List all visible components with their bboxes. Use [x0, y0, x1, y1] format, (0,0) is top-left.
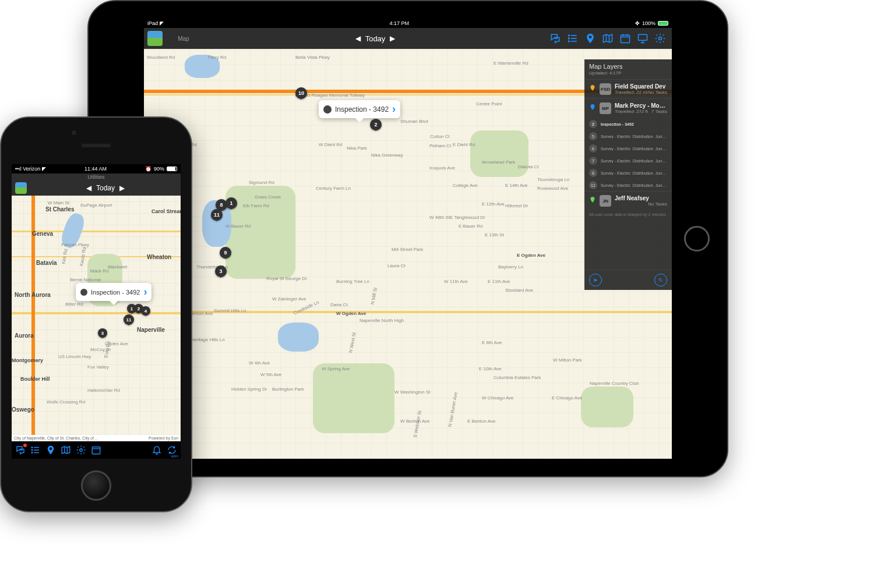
- road-label: N Mill St: [370, 287, 378, 305]
- task-row[interactable]: 8Survey - Electric_Distribution_Junction…: [584, 167, 672, 179]
- task-pin[interactable]: 11: [124, 314, 134, 325]
- task-pin[interactable]: 3: [98, 328, 107, 338]
- task-pin[interactable]: 11: [211, 209, 223, 221]
- task-pin[interactable]: 10: [295, 87, 307, 99]
- app-logo-icon[interactable]: [147, 31, 163, 46]
- sync-icon[interactable]: [167, 445, 177, 455]
- city-label: Carol Stream: [151, 208, 181, 214]
- road-label: Stoddard Ave: [505, 288, 533, 293]
- date-title[interactable]: Today: [96, 184, 115, 192]
- map-pin-icon[interactable]: [45, 445, 56, 455]
- locate-me-button[interactable]: ➤: [589, 274, 602, 286]
- road-label: Heritage Hills Ln: [191, 337, 225, 342]
- date-title[interactable]: Today: [365, 34, 386, 43]
- road-label: W Ogden Ave: [336, 311, 366, 316]
- task-pin[interactable]: 4: [141, 306, 150, 316]
- bell-icon[interactable]: [151, 445, 162, 455]
- chevron-right-icon[interactable]: ›: [392, 103, 396, 115]
- calendar-icon[interactable]: [619, 33, 631, 44]
- status-carrier: ••ıl Verizon ◤: [15, 166, 46, 172]
- app-logo-icon[interactable]: [15, 182, 27, 194]
- status-carrier: iPad ◤: [147, 20, 164, 26]
- settings-gear-icon[interactable]: [654, 33, 666, 44]
- user-row-fsd[interactable]: FSD Field Squared Dev Travelled: 22 miNo…: [584, 79, 672, 98]
- ipad-home-button[interactable]: [684, 226, 710, 252]
- svg-point-0: [569, 35, 570, 36]
- road-label: Columbia Estates Park: [494, 375, 541, 380]
- map-callout[interactable]: Inspection - 3492 ›: [319, 100, 400, 118]
- iphone-map-canvas[interactable]: St Charles Geneva Batavia North Aurora A…: [12, 196, 181, 435]
- road-label: Fox Valley: [87, 364, 109, 370]
- road-label: Dana Ct: [330, 302, 347, 307]
- svg-rect-12: [639, 34, 647, 40]
- road-label: W Washington St: [394, 389, 431, 395]
- task-row[interactable]: 6Survey - Electric_Distribution_Junction…: [584, 142, 672, 154]
- list-icon[interactable]: [567, 33, 579, 44]
- city-label: Wheaton: [147, 254, 171, 260]
- status-right: ✤ 100%: [635, 20, 668, 26]
- road-label: Creekside Ln: [292, 299, 320, 316]
- chevron-right-icon[interactable]: ›: [143, 286, 147, 298]
- road-label: Naperville Country Club: [590, 381, 639, 386]
- task-pin[interactable]: 2: [370, 119, 382, 130]
- next-day-button[interactable]: ▶: [385, 34, 400, 42]
- map-icon[interactable]: [61, 445, 71, 455]
- presentation-icon[interactable]: [637, 33, 649, 44]
- ipad-map-canvas[interactable]: Ronald Reagan Memorial Tollway Diehl Rd …: [144, 49, 672, 459]
- road-label: Ogden Ave: [105, 341, 128, 346]
- map-pin-icon[interactable]: [584, 33, 596, 44]
- next-day-button[interactable]: ▶: [115, 184, 129, 192]
- battery-percent: 100%: [642, 20, 656, 26]
- city-label: Oswego: [12, 406, 34, 413]
- settings-gear-icon[interactable]: [76, 445, 86, 455]
- task-heading[interactable]: 2 Inspection - 3492: [584, 118, 672, 130]
- road-label: W Zaininger Ave: [272, 296, 306, 302]
- speech-bubble-icon: [323, 105, 332, 114]
- list-icon[interactable]: [30, 445, 41, 455]
- water-area: [278, 323, 319, 352]
- refresh-button[interactable]: ↻: [654, 274, 667, 286]
- road-label: E Ogden Ave: [517, 253, 545, 258]
- map-callout[interactable]: Inspection - 3492 ›: [76, 283, 151, 301]
- road-label: Ticonderoga Ln: [537, 177, 569, 182]
- svg-point-16: [31, 447, 33, 448]
- panel-footer: ➤ ↻: [584, 270, 672, 290]
- user-name: Jeff Neafsey: [615, 195, 667, 201]
- road-label: Hafenrichter Rd: [87, 388, 120, 393]
- task-row[interactable]: 7Survey - Electric_Distribution_Junction…: [584, 154, 672, 167]
- chat-icon[interactable]: [549, 33, 561, 44]
- road-label: Mill Street Park: [392, 247, 423, 252]
- panel-updated: Updated: 4:17P: [589, 70, 622, 76]
- road-label: Sigmund Rd: [249, 180, 274, 185]
- camera-dot: [72, 130, 76, 135]
- user-row-jn[interactable]: JN Jeff Neafsey No Tasks: [584, 191, 672, 210]
- callout-label: Inspection - 3492: [335, 105, 389, 114]
- iphone-home-button[interactable]: [81, 470, 111, 501]
- prev-day-button[interactable]: ◀: [351, 34, 365, 42]
- road-label: Woodland Rd: [147, 55, 175, 60]
- panel-disclaimer: All user route data is delayed by 2 minu…: [584, 210, 672, 219]
- iphone-subheader: Utilities: [12, 173, 181, 180]
- road-label: W Main St: [48, 200, 69, 206]
- chat-icon[interactable]: [15, 445, 26, 455]
- svg-point-24: [80, 449, 83, 452]
- city-label: Aurora: [15, 332, 34, 339]
- svg-point-4: [569, 41, 570, 42]
- calendar-icon[interactable]: [91, 445, 101, 455]
- screen-label[interactable]: Map: [166, 36, 201, 42]
- map-icon[interactable]: [602, 33, 614, 44]
- road-label: Cotton Ct: [430, 134, 450, 139]
- user-name: Mark Percy - Mobile: [615, 102, 667, 109]
- task-row[interactable]: 5Survey - Electric_Distribution_Junction…: [584, 130, 672, 142]
- bluetooth-icon: ✤: [635, 20, 640, 26]
- user-row-mp[interactable]: MP Mark Percy - Mobile Travelled: 272 ft…: [584, 98, 672, 118]
- task-pin[interactable]: 3: [215, 265, 227, 277]
- task-pin[interactable]: 1: [225, 197, 237, 209]
- prev-day-button[interactable]: ◀: [82, 184, 96, 192]
- status-right: ⏰ 90%: [145, 166, 177, 172]
- road-label: W Milton Park: [553, 357, 582, 363]
- road-label: Bella Vista Pkwy: [295, 55, 330, 60]
- task-pin[interactable]: 9: [220, 247, 231, 258]
- notification-dot-icon: [23, 444, 27, 447]
- task-row[interactable]: 11Survey - Electric_Distribution_Junctio…: [584, 179, 672, 191]
